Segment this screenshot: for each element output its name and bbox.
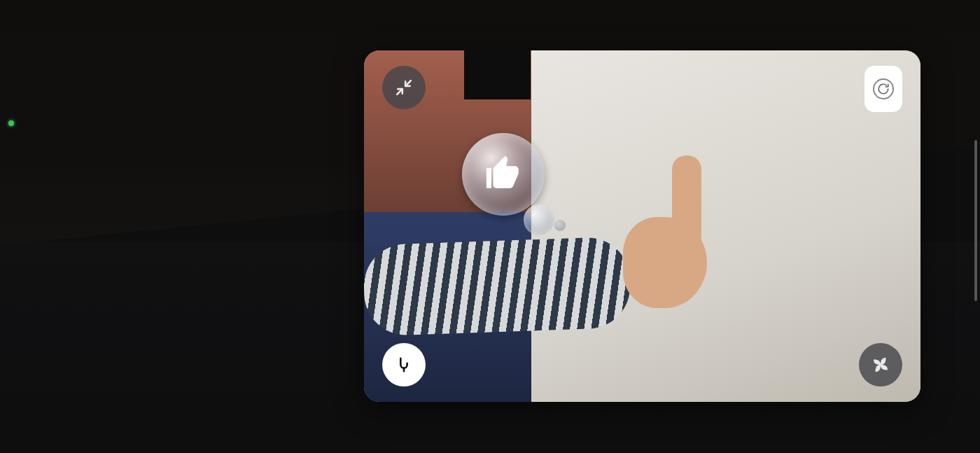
subject-arm — [364, 236, 631, 336]
subject-thumb — [672, 155, 701, 246]
minimize-icon — [395, 78, 413, 97]
flip-camera-button[interactable] — [864, 66, 902, 112]
effects-button[interactable] — [859, 343, 902, 386]
camera-feed — [364, 50, 920, 402]
video-call-panel — [364, 50, 920, 402]
minimize-button[interactable] — [382, 66, 426, 109]
flip-camera-icon — [873, 78, 894, 99]
camera-in-use-indicator — [8, 120, 14, 126]
portrait-glyph-icon — [394, 355, 414, 375]
effects-pinwheel-icon — [870, 354, 891, 375]
portrait-mode-button[interactable] — [382, 343, 426, 386]
side-home-indicator — [974, 140, 977, 301]
